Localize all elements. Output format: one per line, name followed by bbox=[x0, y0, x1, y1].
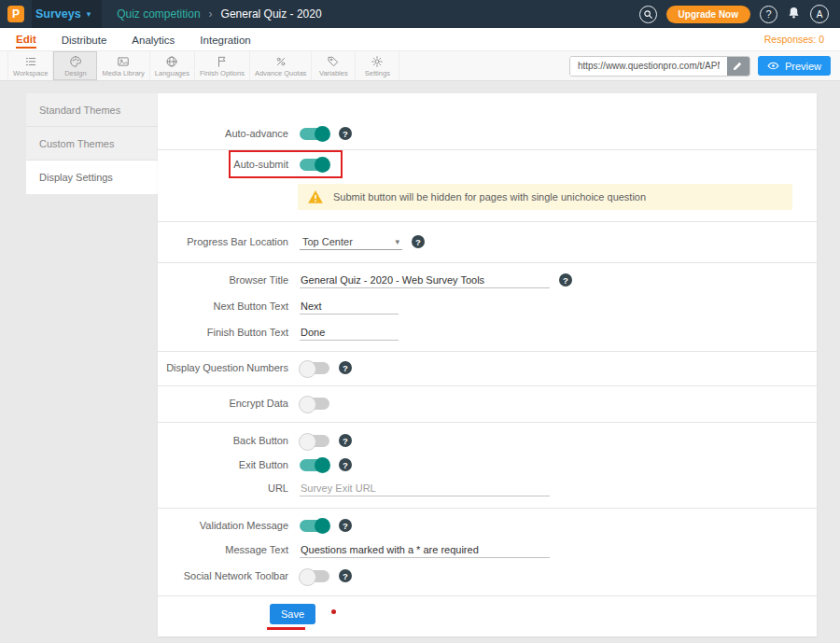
toolbar-item-media-library[interactable]: Media Library bbox=[97, 51, 149, 80]
encrypt-data-label: Encrypt Data bbox=[158, 398, 300, 409]
languages-globe-icon bbox=[165, 55, 178, 68]
questionpro-logo[interactable]: P bbox=[7, 6, 24, 22]
message-text-row: Message Text bbox=[158, 538, 817, 562]
settings-gear-icon bbox=[371, 55, 384, 68]
surveys-menu-label: Surveys bbox=[35, 7, 81, 21]
progress-bar-location-label: Progress Bar Location bbox=[158, 236, 300, 247]
back-button-row: Back Button ? bbox=[158, 428, 817, 453]
save-button[interactable]: Save bbox=[270, 604, 315, 624]
media-library-icon bbox=[117, 55, 130, 68]
help-icon[interactable]: ? bbox=[339, 127, 352, 140]
edit-url-button[interactable] bbox=[727, 57, 749, 76]
divider bbox=[158, 595, 817, 596]
toolbar-item-settings[interactable]: Settings bbox=[356, 51, 399, 80]
social-network-toolbar-label: Social Network Toolbar bbox=[158, 570, 300, 581]
breadcrumb: Quiz competition › General Quiz - 2020 bbox=[117, 7, 321, 21]
survey-url-input[interactable] bbox=[570, 57, 727, 76]
help-icon[interactable]: ? bbox=[339, 361, 352, 374]
user-avatar[interactable]: A bbox=[810, 5, 829, 23]
exit-url-input[interactable] bbox=[300, 481, 550, 496]
themes-sidebar: Standard Themes Custom Themes Display Se… bbox=[26, 93, 158, 194]
breadcrumb-survey-name: General Quiz - 2020 bbox=[221, 7, 322, 21]
toolbar-item-label: Finish Options bbox=[200, 69, 245, 77]
auto-submit-toggle[interactable] bbox=[300, 159, 329, 171]
browser-title-input[interactable] bbox=[300, 273, 550, 288]
warning-banner: Submit button will be hidden for pages w… bbox=[298, 184, 792, 210]
toolbar-item-label: Settings bbox=[365, 69, 390, 77]
exit-button-label: Exit Button bbox=[158, 459, 300, 470]
breadcrumb-survey-group[interactable]: Quiz competition bbox=[117, 7, 200, 21]
divider bbox=[158, 149, 817, 150]
divider bbox=[158, 508, 817, 509]
finish-flag-icon bbox=[216, 55, 229, 68]
toolbar-item-advance-quotas[interactable]: Advance Quotas bbox=[250, 51, 312, 80]
help-icon[interactable]: ? bbox=[559, 273, 572, 287]
variables-tag-icon bbox=[327, 55, 340, 68]
toolbar-item-variables[interactable]: Variables bbox=[312, 51, 356, 80]
eye-icon bbox=[767, 60, 779, 72]
divider bbox=[158, 422, 817, 423]
validation-message-toggle[interactable] bbox=[300, 520, 329, 532]
progress-bar-location-select[interactable]: Top Center ▾ bbox=[300, 234, 402, 250]
message-text-label: Message Text bbox=[158, 544, 300, 555]
toolbar-item-label: Design bbox=[64, 69, 86, 77]
pencil-icon bbox=[733, 61, 743, 71]
tab-analytics[interactable]: Analytics bbox=[132, 32, 175, 48]
validation-message-row: Validation Message ? bbox=[158, 513, 817, 538]
exit-button-toggle[interactable] bbox=[300, 459, 329, 471]
help-icon[interactable]: ? bbox=[339, 519, 352, 532]
toolbar-item-label: Media Library bbox=[102, 69, 144, 77]
help-icon[interactable]: ? bbox=[339, 569, 352, 582]
toolbar-item-finish-options[interactable]: Finish Options bbox=[195, 51, 250, 80]
toolbar-item-label: Variables bbox=[319, 69, 348, 77]
annotation-underline-save bbox=[267, 627, 305, 630]
display-question-numbers-label: Display Question Numbers bbox=[158, 362, 300, 373]
next-button-text-row: Next Button Text bbox=[158, 294, 817, 318]
tab-distribute[interactable]: Distribute bbox=[62, 32, 107, 48]
divider bbox=[158, 351, 817, 352]
finish-button-text-label: Finish Button Text bbox=[158, 327, 300, 338]
exit-url-row: URL bbox=[158, 476, 817, 500]
progress-bar-location-row: Progress Bar Location Top Center ▾ ? bbox=[158, 230, 817, 254]
sidebar-item-custom-themes[interactable]: Custom Themes bbox=[26, 127, 158, 161]
toolbar-item-label: Workspace bbox=[13, 69, 48, 77]
help-icon[interactable]: ? bbox=[412, 235, 425, 248]
help-icon[interactable]: ? bbox=[339, 458, 352, 471]
message-text-input[interactable] bbox=[300, 542, 550, 558]
next-button-text-input[interactable] bbox=[300, 299, 399, 315]
help-icon[interactable]: ? bbox=[339, 434, 352, 447]
tab-edit[interactable]: Edit bbox=[16, 31, 36, 49]
toolbar-item-label: Languages bbox=[155, 69, 189, 77]
finish-button-text-input[interactable] bbox=[300, 325, 399, 341]
auto-advance-toggle[interactable] bbox=[300, 128, 329, 140]
responses-count: Responses: 0 bbox=[764, 34, 824, 45]
display-question-numbers-toggle[interactable] bbox=[300, 362, 329, 374]
search-icon[interactable] bbox=[639, 6, 657, 23]
help-icon-topbar[interactable]: ? bbox=[760, 6, 777, 23]
upgrade-now-button[interactable]: Upgrade Now bbox=[666, 6, 750, 23]
encrypt-data-toggle[interactable] bbox=[300, 398, 329, 410]
back-button-toggle[interactable] bbox=[300, 435, 329, 447]
display-settings-panel: Auto-advance ? Auto-submit Submit button… bbox=[158, 93, 817, 636]
surveys-menu[interactable]: Surveys ▾ bbox=[32, 0, 102, 28]
back-button-label: Back Button bbox=[158, 435, 300, 446]
toolbar-item-workspace[interactable]: Workspace bbox=[7, 51, 53, 80]
social-network-toolbar-toggle[interactable] bbox=[300, 570, 329, 582]
sidebar-item-display-settings[interactable]: Display Settings bbox=[26, 161, 158, 194]
content-area: Standard Themes Custom Themes Display Se… bbox=[0, 81, 840, 643]
social-network-toolbar-row: Social Network Toolbar ? bbox=[158, 564, 817, 588]
tab-integration[interactable]: Integration bbox=[200, 32, 250, 48]
auto-submit-row: Auto-submit bbox=[158, 152, 817, 176]
workspace-icon bbox=[24, 55, 37, 68]
progress-bar-location-value: Top Center bbox=[302, 236, 353, 247]
design-palette-icon bbox=[69, 55, 82, 68]
main-nav: Edit Distribute Analytics Integration Re… bbox=[0, 28, 840, 51]
preview-button-label: Preview bbox=[785, 61, 821, 72]
toolbar-item-languages[interactable]: Languages bbox=[150, 51, 195, 80]
notifications-bell-icon[interactable] bbox=[787, 6, 801, 23]
preview-button[interactable]: Preview bbox=[758, 56, 831, 76]
chevron-down-icon: ▾ bbox=[395, 237, 399, 246]
toolbar-item-design[interactable]: Design bbox=[53, 51, 97, 80]
divider bbox=[158, 385, 817, 386]
sidebar-item-standard-themes[interactable]: Standard Themes bbox=[26, 93, 158, 127]
